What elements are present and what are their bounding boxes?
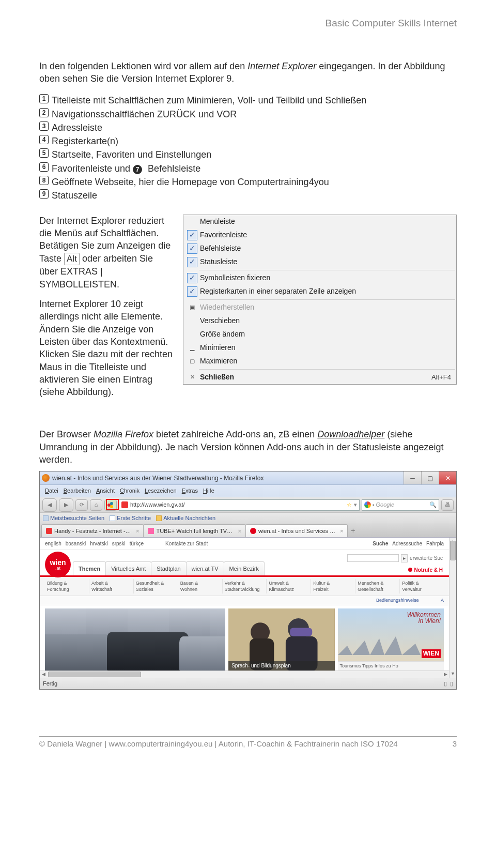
- kontakte-link[interactable]: Kontakte zur Stadt: [165, 540, 208, 547]
- bedienungshinweise-link[interactable]: Bedienungshinweise: [376, 598, 419, 603]
- menu-lesezeichen[interactable]: Lesezeichen: [143, 486, 179, 495]
- notruf-label: Notrufe & H: [414, 567, 443, 574]
- page-number: 3: [453, 739, 457, 749]
- bookmark-label: Meistbesuchte Seiten: [50, 514, 104, 522]
- home-button[interactable]: ⌂: [90, 499, 102, 511]
- navtab-virtuelles-amt[interactable]: Virtuelles Amt: [105, 561, 151, 575]
- search-bar[interactable]: ▪ Google 🔍: [362, 499, 439, 511]
- lang-link[interactable]: srpski: [112, 540, 126, 547]
- lang-link[interactable]: türkçe: [130, 540, 144, 547]
- menu-label: Menüleiste: [200, 217, 451, 226]
- wien-logo[interactable]: wien .at: [45, 552, 71, 577]
- menu-bar: Datei Bearbeiten Ansicht Chronik Lesezei…: [40, 485, 456, 497]
- back-button[interactable]: ◀: [42, 498, 57, 512]
- menu-separator: [199, 299, 455, 300]
- cat-menschen[interactable]: Menschen &Gesellschaft: [355, 579, 400, 593]
- lang-link[interactable]: bosanski: [66, 540, 86, 547]
- print-button[interactable]: 🖶: [441, 499, 454, 511]
- url-bar[interactable]: http://www.wien.gv.at/ ☆ ▾: [119, 499, 360, 511]
- menu-item-statusleiste[interactable]: ✓Statusleiste: [183, 255, 456, 269]
- close-button[interactable]: ✕: [439, 471, 456, 484]
- checkmark-icon: ✓: [187, 230, 197, 240]
- tab-label: Handy - Festnetz - Internet - Mobile...: [54, 527, 132, 535]
- menu-datei[interactable]: Datei: [43, 486, 60, 495]
- reload-button[interactable]: ⟳: [75, 499, 88, 511]
- menu-item-verschieben[interactable]: Verschieben: [183, 314, 456, 328]
- maximize-button[interactable]: ▢: [421, 471, 439, 484]
- hero-image-people: Sprach- und Bildungsplan: [228, 608, 334, 671]
- site-search-input[interactable]: [347, 554, 399, 562]
- scroll-left-icon[interactable]: ◀: [40, 671, 47, 678]
- bookmark-meistbesuchte[interactable]: Meistbesuchte Seiten: [43, 514, 104, 522]
- cat-politik[interactable]: Politik &Verwaltur: [400, 579, 444, 593]
- menu-extras[interactable]: Extras: [180, 486, 200, 495]
- scroll-thumb[interactable]: [450, 541, 456, 560]
- maximize-icon: ▢: [184, 356, 200, 367]
- cat-verkehr[interactable]: Verkehr &Stadtentwicklung: [223, 579, 267, 593]
- cat-bauen[interactable]: Bauen &Wohnen: [178, 579, 223, 593]
- minimize-button[interactable]: ─: [404, 471, 421, 484]
- menu-ansicht[interactable]: Ansicht: [94, 486, 117, 495]
- bookmark-aktuelle-nachrichten[interactable]: Aktuelle Nachrichten: [156, 514, 215, 522]
- cat-umwelt[interactable]: Umwelt &Klimaschutz: [267, 579, 311, 593]
- cat-bildung[interactable]: Bildung &Forschung: [45, 579, 89, 593]
- fahrplan-link[interactable]: Fahrpla: [426, 540, 444, 547]
- a-link[interactable]: A: [441, 598, 444, 603]
- horizontal-scrollbar[interactable]: ◀ ▶: [40, 671, 449, 678]
- lang-link[interactable]: english: [45, 540, 61, 547]
- dropdown-icon[interactable]: ▾: [354, 501, 357, 509]
- forward-button[interactable]: ▶: [59, 498, 73, 512]
- menu-item-favoritenleiste[interactable]: ✓Favoritenleiste: [183, 229, 456, 242]
- menu-item-schliessen[interactable]: ✕SchließenAlt+F4: [183, 371, 456, 384]
- scroll-right-icon[interactable]: ▶: [442, 671, 449, 678]
- navtab-wienat-tv[interactable]: wien.at TV: [186, 561, 224, 575]
- menu-label: Symbolleisten fixieren: [200, 273, 451, 283]
- menu-item-maximieren[interactable]: ▢Maximieren: [183, 355, 456, 368]
- vertical-scrollbar[interactable]: ▲ ▼: [449, 538, 456, 677]
- navtab-mein-bezirk[interactable]: Mein Bezirk: [224, 561, 265, 575]
- bookmark-erste-schritte[interactable]: Erste Schritte: [110, 514, 151, 522]
- window-titlebar[interactable]: wien.at - Infos und Services aus der Wie…: [40, 471, 456, 485]
- adresssuche-link[interactable]: Adresssuche: [392, 540, 422, 547]
- menu-item-befehlsleiste[interactable]: ✓Befehlsleiste: [183, 242, 456, 255]
- extended-search-link[interactable]: erweiterte Suc: [410, 555, 443, 562]
- cat-gesundheit[interactable]: Gesundheit &Soziales: [134, 579, 178, 593]
- navtab-themen[interactable]: Themen: [73, 561, 106, 575]
- page-footer: © Daniela Wagner | www.computertraining4…: [39, 736, 457, 749]
- tab-a1[interactable]: Handy - Festnetz - Internet - Mobile...×: [41, 524, 144, 537]
- tab-close-icon[interactable]: ×: [136, 527, 139, 535]
- navtab-stadtplan[interactable]: Stadtplan: [151, 561, 186, 575]
- menu-label: Statusleiste: [200, 257, 451, 267]
- list-text: Favoritenleiste und: [52, 163, 133, 174]
- google-icon: [364, 501, 371, 508]
- menu-item-groesse[interactable]: Größe ändern: [183, 328, 456, 341]
- menu-hilfe[interactable]: Hilfe: [201, 486, 216, 495]
- tab-close-icon[interactable]: ×: [238, 527, 241, 535]
- lang-link[interactable]: hrvatski: [90, 540, 107, 547]
- page-icon: [110, 515, 115, 521]
- scroll-down-icon[interactable]: ▼: [450, 671, 456, 678]
- cat-arbeit[interactable]: Arbeit &Wirtschaft: [89, 579, 134, 593]
- logo-text: wien: [50, 559, 66, 566]
- menu-chronik[interactable]: Chronik: [118, 486, 142, 495]
- menu-item-separate-zeile[interactable]: ✓Registerkarten in einer separaten Zeile…: [183, 285, 456, 298]
- search-go-button[interactable]: ▸: [401, 554, 408, 562]
- downloadhelper-button[interactable]: [104, 499, 117, 511]
- scroll-thumb[interactable]: [48, 672, 141, 677]
- menu-item-fixieren[interactable]: ✓Symbolleisten fixieren: [183, 271, 456, 285]
- notrufe-link[interactable]: Notrufe & H: [408, 567, 443, 574]
- checkmark-icon: ✓: [187, 243, 197, 254]
- tab-close-icon[interactable]: ×: [340, 527, 343, 535]
- cat-kultur[interactable]: Kultur &Freizeit: [311, 579, 355, 593]
- new-tab-button[interactable]: +: [347, 524, 359, 537]
- menu-item-minimieren[interactable]: ▁Minimieren: [183, 341, 456, 355]
- tab-tube[interactable]: TUBE+ Watch full length TV Shows ...×: [143, 524, 245, 537]
- menu-bearbeiten[interactable]: Bearbeiten: [61, 486, 93, 495]
- tab-wienat[interactable]: wien.at - Infos und Services aus d...×: [245, 524, 348, 537]
- menu-item-menueleiste[interactable]: Menüleiste: [183, 215, 456, 229]
- star-icon[interactable]: ☆: [347, 501, 352, 509]
- search-go-icon[interactable]: 🔍: [429, 501, 437, 509]
- folder-icon: [43, 515, 49, 521]
- addon-name: Downloadhelper: [317, 429, 384, 439]
- site-favicon: [121, 501, 128, 508]
